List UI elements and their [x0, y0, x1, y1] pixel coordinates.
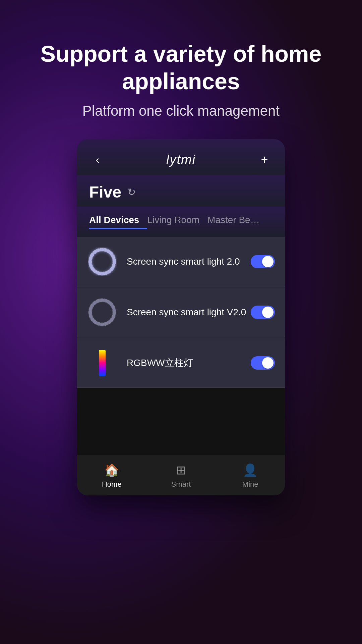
back-button[interactable]: ‹	[89, 151, 106, 168]
device-list: Screen sync smart light 2.0 Screen sync …	[77, 237, 285, 388]
main-headline: Support a variety of home appliances	[27, 40, 335, 95]
nav-mine-label: Mine	[242, 480, 258, 489]
nav-mine[interactable]: 👤 Mine	[216, 455, 285, 495]
top-section: Support a variety of home appliances Pla…	[0, 0, 362, 139]
refresh-icon[interactable]: ↻	[127, 186, 136, 198]
empty-area	[77, 388, 285, 455]
device-name-2: Screen sync smart light V2.0	[127, 307, 251, 318]
app-logo: lytmi	[166, 153, 196, 167]
bottom-nav: 🏠 Home ⊞ Smart 👤 Mine	[77, 455, 285, 495]
device-item[interactable]: RGBWW立柱灯	[77, 338, 285, 388]
device-toggle-2[interactable]	[251, 306, 275, 319]
app-mockup: ‹ lytmi + Five ↻ All Devices Living Room…	[77, 139, 285, 495]
device-item[interactable]: Screen sync smart light 2.0	[77, 237, 285, 286]
add-button[interactable]: +	[256, 151, 273, 168]
svg-point-1	[90, 250, 114, 274]
tab-all-devices[interactable]: All Devices	[89, 212, 147, 229]
app-header: ‹ lytmi +	[77, 139, 285, 175]
device-info-2: Screen sync smart light V2.0	[127, 307, 251, 318]
tab-master-bedroom[interactable]: Master Bedroo...	[207, 212, 268, 229]
page-wrapper: Support a variety of home appliances Pla…	[0, 0, 362, 644]
device-icon-ring1	[87, 247, 117, 277]
room-name: Five	[89, 183, 121, 201]
device-info-1: Screen sync smart light 2.0	[127, 256, 251, 267]
tab-living-room[interactable]: Living Room	[147, 212, 207, 229]
svg-point-3	[90, 300, 114, 324]
device-item[interactable]: Screen sync smart light V2.0	[77, 288, 285, 337]
mine-icon: 👤	[243, 463, 258, 477]
device-info-3: RGBWW立柱灯	[127, 357, 251, 369]
device-toggle-3[interactable]	[251, 356, 275, 370]
tab-bar: All Devices Living Room Master Bedroo...	[77, 207, 285, 237]
device-icon-rgb	[87, 348, 117, 378]
device-toggle-1[interactable]	[251, 255, 275, 268]
nav-home-label: Home	[102, 480, 122, 489]
nav-smart-label: Smart	[171, 480, 191, 489]
nav-smart[interactable]: ⊞ Smart	[146, 455, 216, 495]
room-name-row: Five ↻	[77, 175, 285, 207]
device-name-3: RGBWW立柱灯	[127, 357, 251, 369]
home-icon: 🏠	[104, 463, 119, 477]
device-name-1: Screen sync smart light 2.0	[127, 256, 251, 267]
nav-home[interactable]: 🏠 Home	[77, 455, 146, 495]
device-icon-ring2	[87, 297, 117, 327]
sub-headline: Platform one click management	[27, 103, 335, 119]
smart-icon: ⊞	[176, 463, 186, 477]
rgb-bar-visual	[99, 350, 106, 376]
